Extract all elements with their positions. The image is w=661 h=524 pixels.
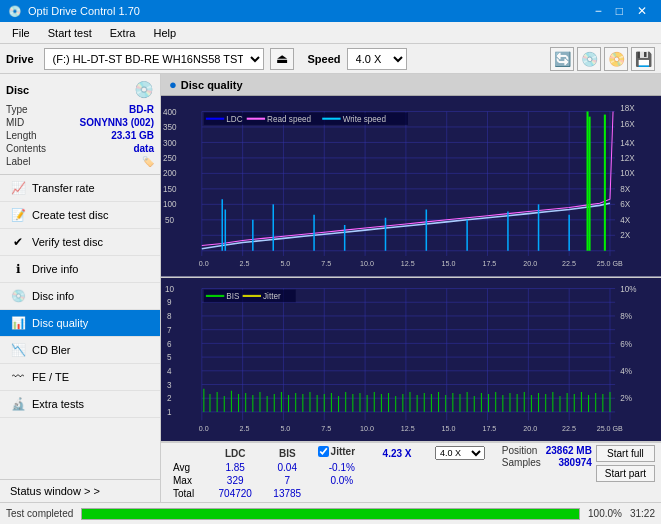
start-part-button[interactable]: Start part bbox=[596, 465, 655, 482]
menu-help[interactable]: Help bbox=[145, 25, 184, 41]
disc-button1[interactable]: 💿 bbox=[577, 47, 601, 71]
jitter-checkbox[interactable] bbox=[318, 446, 329, 457]
charts-container: 400 350 300 250 200 150 100 50 18X 16X 1… bbox=[161, 96, 661, 442]
disc-info-label: Disc info bbox=[32, 290, 74, 302]
disc-length-row: Length 23.31 GB bbox=[6, 129, 154, 142]
svg-text:Read speed: Read speed bbox=[267, 115, 311, 124]
max-ldc: 329 bbox=[207, 474, 262, 487]
menu-extra[interactable]: Extra bbox=[102, 25, 144, 41]
sidebar-item-drive-info[interactable]: ℹ Drive info bbox=[0, 256, 160, 283]
top-chart-wrapper: 400 350 300 250 200 150 100 50 18X 16X 1… bbox=[161, 96, 661, 278]
jitter-label: Jitter bbox=[331, 446, 355, 457]
create-disc-label: Create test disc bbox=[32, 209, 108, 221]
svg-text:20.0: 20.0 bbox=[523, 260, 537, 268]
speed-dropdown[interactable]: 4.0 X bbox=[435, 446, 485, 460]
stats-col-ldc: LDC bbox=[207, 445, 262, 461]
total-bis: 13785 bbox=[263, 487, 312, 500]
drive-bar: Drive (F:) HL-DT-ST BD-RE WH16NS58 TST4 … bbox=[0, 44, 661, 74]
minimize-button[interactable]: − bbox=[589, 3, 608, 19]
sidebar-item-disc-info[interactable]: 💿 Disc info bbox=[0, 283, 160, 310]
disc-info-icon: 💿 bbox=[10, 288, 26, 304]
svg-text:250: 250 bbox=[163, 154, 177, 163]
svg-text:8X: 8X bbox=[620, 185, 630, 194]
sidebar-item-transfer-rate[interactable]: 📈 Transfer rate bbox=[0, 175, 160, 202]
svg-text:50: 50 bbox=[165, 216, 175, 225]
extra-tests-icon: 🔬 bbox=[10, 396, 26, 412]
chart-title: Disc quality bbox=[181, 79, 243, 91]
stats-col-jitter-check: Jitter bbox=[312, 445, 372, 458]
app-icon: 💿 bbox=[8, 5, 22, 18]
avg-jitter: -0.1% bbox=[312, 461, 372, 474]
stats-row-max: Max 329 7 0.0% bbox=[167, 474, 498, 487]
svg-text:400: 400 bbox=[163, 108, 177, 117]
svg-text:5.0: 5.0 bbox=[280, 260, 290, 268]
bottom-chart-wrapper: 10 9 8 7 6 5 4 3 2 1 10% 8% 6% 4% 2% bbox=[161, 278, 661, 442]
total-label: Total bbox=[167, 487, 207, 500]
sidebar-item-cd-bler[interactable]: 📉 CD Bler bbox=[0, 337, 160, 364]
svg-text:2%: 2% bbox=[620, 393, 632, 403]
stats-col-bis: BIS bbox=[263, 445, 312, 461]
svg-text:10.0: 10.0 bbox=[360, 260, 374, 268]
speed-select[interactable]: 4.0 X bbox=[347, 48, 407, 70]
chart-header: ● Disc quality bbox=[161, 74, 661, 96]
menu-file[interactable]: File bbox=[4, 25, 38, 41]
disc-button2[interactable]: 📀 bbox=[604, 47, 628, 71]
save-button[interactable]: 💾 bbox=[631, 47, 655, 71]
svg-text:25.0 GB: 25.0 GB bbox=[597, 423, 623, 432]
disc-label-row: Label 🏷️ bbox=[6, 155, 154, 168]
svg-text:20.0: 20.0 bbox=[523, 423, 537, 432]
start-full-button[interactable]: Start full bbox=[596, 445, 655, 462]
svg-text:2: 2 bbox=[167, 393, 172, 403]
avg-speed-empty bbox=[372, 461, 498, 474]
eject-button[interactable]: ⏏ bbox=[270, 48, 294, 70]
svg-text:10%: 10% bbox=[620, 283, 637, 293]
create-disc-icon: 📝 bbox=[10, 207, 26, 223]
svg-text:4%: 4% bbox=[620, 365, 632, 375]
status-window-label: Status window > > bbox=[10, 485, 100, 497]
close-button[interactable]: ✕ bbox=[631, 3, 653, 19]
maximize-button[interactable]: □ bbox=[610, 3, 629, 19]
svg-text:4: 4 bbox=[167, 365, 172, 375]
position-info: Position 23862 MB Samples 380974 bbox=[502, 445, 592, 469]
menu-start-test[interactable]: Start test bbox=[40, 25, 100, 41]
max-speed-empty bbox=[372, 474, 498, 487]
title-bar: 💿 Opti Drive Control 1.70 − □ ✕ bbox=[0, 0, 661, 22]
cd-bler-icon: 📉 bbox=[10, 342, 26, 358]
sidebar-item-verify-test-disc[interactable]: ✔ Verify test disc bbox=[0, 229, 160, 256]
svg-text:25.0 GB: 25.0 GB bbox=[597, 260, 623, 268]
extra-tests-label: Extra tests bbox=[32, 398, 84, 410]
sidebar-item-fe-te[interactable]: 〰 FE / TE bbox=[0, 364, 160, 391]
transfer-rate-icon: 📈 bbox=[10, 180, 26, 196]
cd-bler-label: CD Bler bbox=[32, 344, 71, 356]
top-chart: 400 350 300 250 200 150 100 50 18X 16X 1… bbox=[161, 96, 661, 277]
svg-text:6X: 6X bbox=[620, 200, 630, 209]
sidebar-item-disc-quality[interactable]: 📊 Disc quality bbox=[0, 310, 160, 337]
position-value: 23862 MB bbox=[546, 445, 592, 456]
status-window-button[interactable]: Status window > > bbox=[0, 480, 160, 502]
sidebar-menu: 📈 Transfer rate 📝 Create test disc ✔ Ver… bbox=[0, 175, 160, 479]
position-row: Position 23862 MB bbox=[502, 445, 592, 456]
stats-table: LDC BIS Jitter 4.23 X 4.0 X bbox=[167, 445, 498, 500]
sidebar: Disc 💿 Type BD-R MID SONYNN3 (002) Lengt… bbox=[0, 74, 161, 502]
svg-text:8%: 8% bbox=[620, 311, 632, 321]
avg-bis: 0.04 bbox=[263, 461, 312, 474]
verify-disc-label: Verify test disc bbox=[32, 236, 103, 248]
samples-value: 380974 bbox=[558, 457, 591, 468]
menu-bar: File Start test Extra Help bbox=[0, 22, 661, 44]
stats-col-speed-select: 4.0 X bbox=[422, 445, 498, 461]
svg-text:22.5: 22.5 bbox=[562, 423, 576, 432]
svg-text:7: 7 bbox=[167, 324, 172, 334]
max-jitter: 0.0% bbox=[312, 474, 372, 487]
refresh-button[interactable]: 🔄 bbox=[550, 47, 574, 71]
sidebar-item-create-test-disc[interactable]: 📝 Create test disc bbox=[0, 202, 160, 229]
max-bis: 7 bbox=[263, 474, 312, 487]
svg-text:14X: 14X bbox=[620, 138, 635, 147]
speed-label: Speed bbox=[308, 53, 341, 65]
svg-text:12X: 12X bbox=[620, 154, 635, 163]
disc-icon: 💿 bbox=[134, 80, 154, 99]
progress-percent: 100.0% bbox=[588, 508, 622, 519]
drive-select[interactable]: (F:) HL-DT-ST BD-RE WH16NS58 TST4 bbox=[44, 48, 264, 70]
sidebar-item-extra-tests[interactable]: 🔬 Extra tests bbox=[0, 391, 160, 418]
samples-row: Samples 380974 bbox=[502, 457, 592, 468]
svg-text:100: 100 bbox=[163, 200, 177, 209]
